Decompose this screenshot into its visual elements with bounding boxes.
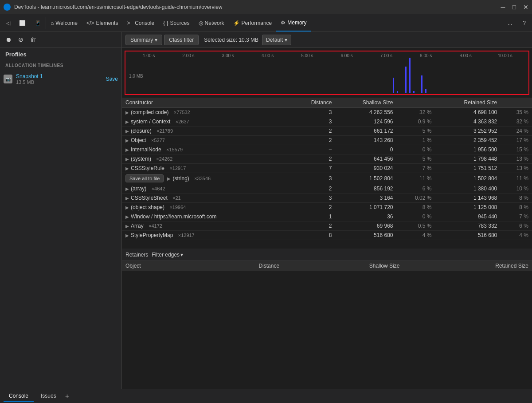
table-row[interactable]: ▶(closure) ×217892661 1725 %3 252 95224 … xyxy=(122,126,532,136)
shallow-pct-cell: 4 % xyxy=(397,231,435,240)
sidebar: ⏺ ⊘ 🗑 Profiles ALLOCATION TIMELINES 📷 Sn… xyxy=(0,32,122,389)
constructor-count: ×2637 xyxy=(176,119,189,124)
constructor-count: ×12917 xyxy=(178,233,195,238)
snapshot-item[interactable]: 📷 Snapshot 1 13.5 MB Save xyxy=(0,71,121,87)
tab-elements[interactable]: </> Elements xyxy=(82,14,122,32)
constructor-name: (object shape) xyxy=(131,204,164,210)
summary-btn[interactable]: Summary ▾ xyxy=(125,35,162,45)
shallow-size-cell: 930 024 xyxy=(335,164,396,173)
main-area: ⏺ ⊘ 🗑 Profiles ALLOCATION TIMELINES 📷 Sn… xyxy=(0,32,532,389)
table-row[interactable]: ▶(array) ×46422856 1926 %1 380 40010 % xyxy=(122,184,532,194)
table-row[interactable]: ▶(system) ×242622641 4565 %1 798 44813 % xyxy=(122,154,532,164)
bar-column xyxy=(391,78,395,93)
distance-cell: 3 xyxy=(290,108,335,117)
expand-icon[interactable]: ▶ xyxy=(125,110,129,115)
add-tab-btn[interactable]: + xyxy=(65,392,69,400)
table-row[interactable]: ▶CSSStyleSheet ×2133 1640.02 %1 143 9688… xyxy=(122,194,532,203)
minimize-btn[interactable]: ─ xyxy=(501,4,505,11)
tab-network[interactable]: ◎ Network xyxy=(194,14,229,32)
filter-edges-btn[interactable]: Filter edges ▾ xyxy=(152,252,183,258)
shallow-size-cell: 36 xyxy=(335,212,396,221)
tab-welcome[interactable]: ⌂ Welcome xyxy=(46,14,82,32)
expand-icon[interactable]: ▶ xyxy=(125,224,129,229)
class-filter-btn[interactable]: Class filter xyxy=(164,35,199,45)
main-table-container[interactable]: Constructor Distance Shallow Size Retain… xyxy=(122,98,532,249)
tab-issues-bottom[interactable]: Issues xyxy=(35,391,62,402)
stop-btn[interactable]: ⊘ xyxy=(16,35,26,44)
table-row[interactable]: ▶(compiled code) ×7753234 262 55632 %4 6… xyxy=(122,108,532,117)
constructor-name: CSSStyleRule xyxy=(131,165,164,171)
col-distance: Distance xyxy=(290,98,335,108)
content-area: Summary ▾ Class filter Selected size: 10… xyxy=(122,32,532,389)
table-row[interactable]: Save all to file▶(string) ×3354631 502 8… xyxy=(122,173,532,184)
constructor-count: ×24262 xyxy=(156,156,172,162)
shallow-size-cell: 124 596 xyxy=(335,117,396,126)
record-btn[interactable]: ⏺ xyxy=(4,35,13,44)
tab-memory[interactable]: ⚙ Memory xyxy=(276,14,311,32)
retained-size-cell: 945 440 xyxy=(435,212,501,221)
default-btn[interactable]: Default ▾ xyxy=(262,35,291,45)
toolbar-more-btn[interactable]: ... xyxy=(503,14,516,32)
toolbar-device-btn[interactable]: 📱 xyxy=(30,14,46,32)
constructor-count: ×33546 xyxy=(194,176,211,181)
close-btn[interactable]: ✕ xyxy=(523,4,528,11)
main-table-body: ▶(compiled code) ×7753234 262 55632 %4 6… xyxy=(122,108,532,240)
expand-icon[interactable]: ▶ xyxy=(125,214,129,219)
tab-sources[interactable]: { } Sources xyxy=(159,14,194,32)
toolbar-back-btn[interactable]: ◁ xyxy=(2,14,15,32)
table-row[interactable]: ▶system / Context ×26373124 5960.9 %4 36… xyxy=(122,117,532,126)
allocation-bar xyxy=(397,91,398,93)
expand-icon[interactable]: ▶ xyxy=(125,119,129,124)
constructor-name: (system) xyxy=(131,156,151,162)
retained-pct-cell: 8 % xyxy=(501,203,532,212)
expand-icon[interactable]: ▶ xyxy=(125,166,129,171)
table-row[interactable]: ▶StylePropertyMap ×129178516 6804 %516 6… xyxy=(122,231,532,240)
expand-icon[interactable]: ▶ xyxy=(125,138,129,143)
distance-cell: 2 xyxy=(290,184,335,194)
table-row[interactable]: ▶Object ×52772143 2681 %2 359 45217 % xyxy=(122,136,532,145)
constructor-cell: ▶Object ×5277 xyxy=(122,136,290,145)
selected-size: Selected size: 10.3 MB xyxy=(204,37,258,43)
table-row[interactable]: ▶(object shape) ×1996421 071 7208 %1 125… xyxy=(122,203,532,212)
expand-icon[interactable]: ▶ xyxy=(125,196,129,201)
allocation-timelines-label: ALLOCATION TIMELINES xyxy=(0,61,121,71)
retainers-toolbar: Retainers Filter edges ▾ xyxy=(122,249,532,261)
titlebar-left: DevTools - learn.microsoft.com/en-us/mic… xyxy=(4,4,223,11)
shallow-size-cell: 4 262 556 xyxy=(335,108,396,117)
expand-icon[interactable]: ▶ xyxy=(125,233,129,238)
table-row[interactable]: ▶Array ×4172269 9680.5 %783 3326 % xyxy=(122,221,532,231)
constructor-cell: ▶Array ×4172 xyxy=(122,221,290,231)
expand-icon[interactable]: ▶ xyxy=(125,147,129,152)
bottom-table-container[interactable]: ObjectDistanceShallow SizeRetained Size xyxy=(122,261,532,359)
restore-btn[interactable]: □ xyxy=(512,4,516,11)
delete-btn[interactable]: 🗑 xyxy=(28,35,38,44)
chart-time-label: 5.00 s xyxy=(287,53,327,58)
toolbar-dock-btn[interactable]: ⬜ xyxy=(15,14,30,32)
table-row[interactable]: ▶Window / https://learn.microsoft.com 13… xyxy=(122,212,532,221)
tab-console-bottom[interactable]: Console xyxy=(4,391,34,402)
window-title: DevTools - learn.microsoft.com/en-us/mic… xyxy=(14,4,223,10)
constructor-name: InternalNode xyxy=(131,146,161,153)
bottom-col-header: Shallow Size xyxy=(283,261,403,271)
network-icon: ◎ xyxy=(199,20,203,26)
expand-icon[interactable]: ▶ xyxy=(167,176,171,181)
chart-time-label: 3.00 s xyxy=(208,53,248,58)
tab-performance[interactable]: ⚡ Performance xyxy=(229,14,277,32)
save-all-btn[interactable]: Save all to file xyxy=(125,174,164,182)
retained-pct-cell: 6 % xyxy=(501,221,532,231)
table-row[interactable]: ▶CSSStyleRule ×129177930 0247 %1 751 512… xyxy=(122,164,532,173)
chart-time-label: 10.00 s xyxy=(485,53,525,58)
tab-console[interactable]: >_ Console xyxy=(122,14,159,32)
expand-icon[interactable]: ▶ xyxy=(125,186,129,191)
constructor-cell: Save all to file▶(string) ×33546 xyxy=(122,173,290,184)
expand-icon[interactable]: ▶ xyxy=(125,129,129,134)
expand-icon[interactable]: ▶ xyxy=(125,157,129,162)
table-row[interactable]: ▶InternalNode ×15579–00 %1 956 50015 % xyxy=(122,145,532,154)
col-shallow-pct xyxy=(397,98,435,108)
toolbar-help-btn[interactable]: ? xyxy=(518,14,530,32)
snapshot-save-link[interactable]: Save xyxy=(106,76,118,82)
shallow-size-cell: 143 268 xyxy=(335,136,396,145)
retained-size-cell: 4 363 832 xyxy=(435,117,501,126)
allocation-bar xyxy=(425,89,426,93)
expand-icon[interactable]: ▶ xyxy=(125,205,129,210)
